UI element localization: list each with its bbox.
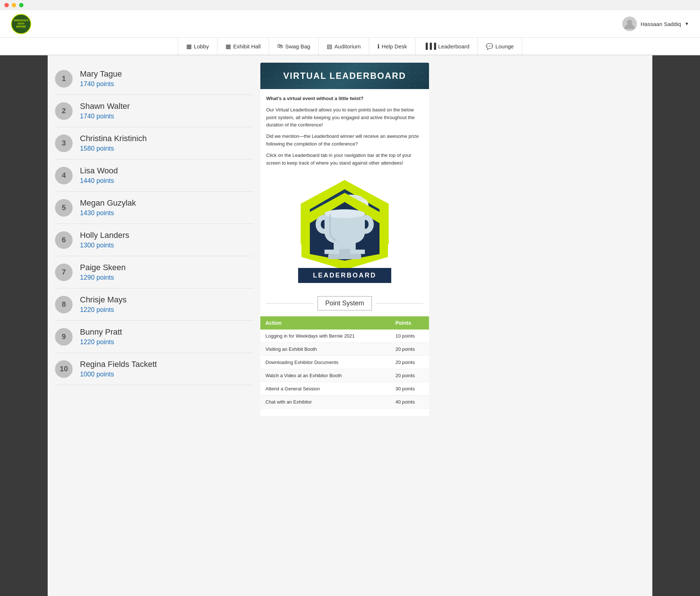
nav-help-desk[interactable]: ℹ Help Desk [369,37,415,55]
lb-info: Mary Tague 1740 points [80,69,122,88]
user-area: Hassaan Saddiq ▼ [622,16,689,31]
rank-badge: 1 [55,70,73,88]
player-name: Shawn Walter [80,102,130,111]
table-row: 5 Megan Guzylak 1430 points [55,192,253,224]
ps-table-body: Logging in for Weekdays with Bernie 2021… [260,330,429,409]
vl-para1: Our Virtual Leaderboard allows you to ea… [266,106,423,129]
vl-header: VIRTUAL LEADERBOARD [260,63,429,89]
ps-title-line-right [375,303,423,303]
nav-swag-bag-label: Swag Bag [285,43,310,49]
point-system-table: Action Points Logging in for Weekdays wi… [260,316,429,409]
nav-lounge[interactable]: 💬 Lounge [478,37,522,55]
player-points: 1580 points [80,145,147,152]
vl-description: What's a virtual event without a little … [260,89,429,173]
trophy-svg [290,191,400,272]
lb-info: Shawn Walter 1740 points [80,102,130,120]
player-name: Bunny Pratt [80,327,122,337]
minimize-button[interactable] [12,3,16,7]
list-item: Logging in for Weekdays with Bernie 2021… [260,330,429,343]
player-name: Mary Tague [80,69,122,79]
close-button[interactable] [4,3,9,7]
avatar [622,16,637,31]
maximize-button[interactable] [19,3,23,7]
list-item: Attend a General Session 30 points [260,382,429,396]
username-label: Hassaan Saddiq [641,21,681,27]
rank-badge: 8 [55,296,73,313]
player-points: 1440 points [80,177,118,185]
nav-leaderboard-label: Leaderboard [438,43,469,49]
leaderboard-icon: ▐▐▐ [424,43,436,49]
lb-info: Paige Skeen 1290 points [80,263,126,282]
ps-action: Chat with an Exhibitor [260,396,390,409]
ps-points: 30 points [390,382,429,396]
sidebar-left [0,55,48,596]
nav-leaderboard[interactable]: ▐▐▐ Leaderboard [415,37,478,55]
player-points: 1000 points [80,371,157,378]
logo-text: WEEKDAYSWITHBERNIE [14,19,29,28]
rank-badge: 9 [55,328,73,346]
lb-info: Regina Fields Tackett 1000 points [80,360,157,378]
logo: WEEKDAYSWITHBERNIE [11,14,31,34]
player-name: Holly Landers [80,231,129,240]
player-points: 1430 points [80,209,136,217]
ps-action: Logging in for Weekdays with Bernie 2021 [260,330,390,343]
nav-exhibit-hall[interactable]: ▦ Exhibit Hall [217,37,269,55]
list-item: Watch a Video at an Exhibitor Booth 20 p… [260,369,429,382]
list-item: Chat with an Exhibitor 40 points [260,396,429,409]
sidebar-right [652,55,700,596]
rank-badge: 3 [55,135,73,152]
player-name: Chrisje Mays [80,295,127,305]
ps-action: Downloading Exhibitor Documents [260,356,390,369]
rank-badge: 5 [55,199,73,217]
table-row: 2 Shawn Walter 1740 points [55,95,253,127]
ps-title-wrap: Point System [260,290,429,316]
ps-points: 20 points [390,369,429,382]
main-layout: 1 Mary Tague 1740 points 2 Shawn Walter … [0,55,700,596]
vl-para3: Click on the Leaderboard tab in your nav… [266,152,423,167]
trophy-section: LEADERBOARD [260,173,429,290]
player-points: 1740 points [80,113,130,120]
table-row: 4 Lisa Wood 1440 points [55,159,253,192]
chevron-down-icon[interactable]: ▼ [685,21,689,26]
nav-auditorium-label: Auditorium [334,43,361,49]
ps-points: 10 points [390,330,429,343]
titlebar [0,0,700,10]
lobby-icon: ▦ [186,43,192,50]
right-panel: VIRTUAL LEADERBOARD What's a virtual eve… [260,63,429,589]
ps-title: Point System [318,296,372,310]
main-nav: ▦ Lobby ▦ Exhibit Hall 🛍 Swag Bag ▤ Audi… [0,38,700,55]
list-item: Downloading Exhibitor Documents 20 point… [260,356,429,369]
trophy-graphic: LEADERBOARD [290,191,400,283]
header: WEEKDAYSWITHBERNIE Hassaan Saddiq ▼ [0,10,700,38]
lb-info: Christina Kristinich 1580 points [80,134,147,152]
ps-table-header: Action Points [260,316,429,330]
nav-help-desk-label: Help Desk [382,43,407,49]
player-points: 1740 points [80,80,122,88]
vl-headline: What's a virtual event without a little … [266,96,363,101]
list-item: Visiting an Exhibit Booth 20 points [260,343,429,356]
nav-auditorium[interactable]: ▤ Auditorium [319,37,369,55]
player-name: Megan Guzylak [80,198,136,208]
table-row: 9 Bunny Pratt 1220 points [55,321,253,353]
nav-lounge-label: Lounge [495,43,514,49]
lounge-icon: 💬 [486,43,493,50]
rank-badge: 6 [55,231,73,249]
vl-title: VIRTUAL LEADERBOARD [268,71,421,81]
lb-info: Bunny Pratt 1220 points [80,327,122,346]
content-area: 1 Mary Tague 1740 points 2 Shawn Walter … [48,55,652,596]
ps-col-action: Action [260,316,390,330]
player-name: Lisa Wood [80,166,118,176]
table-row: 3 Christina Kristinich 1580 points [55,127,253,159]
leaderboard-list: 1 Mary Tague 1740 points 2 Shawn Walter … [55,63,260,589]
leaderboard-banner-text: LEADERBOARD [313,272,376,279]
nav-lobby[interactable]: ▦ Lobby [178,37,217,55]
rank-badge: 7 [55,264,73,281]
lb-info: Holly Landers 1300 points [80,231,129,249]
player-points: 1220 points [80,338,122,346]
swag-bag-icon: 🛍 [277,43,283,49]
ps-col-points: Points [390,316,429,330]
nav-swag-bag[interactable]: 🛍 Swag Bag [269,37,319,55]
player-name: Paige Skeen [80,263,126,272]
table-row: 1 Mary Tague 1740 points [55,63,253,95]
svg-rect-12 [328,254,361,259]
